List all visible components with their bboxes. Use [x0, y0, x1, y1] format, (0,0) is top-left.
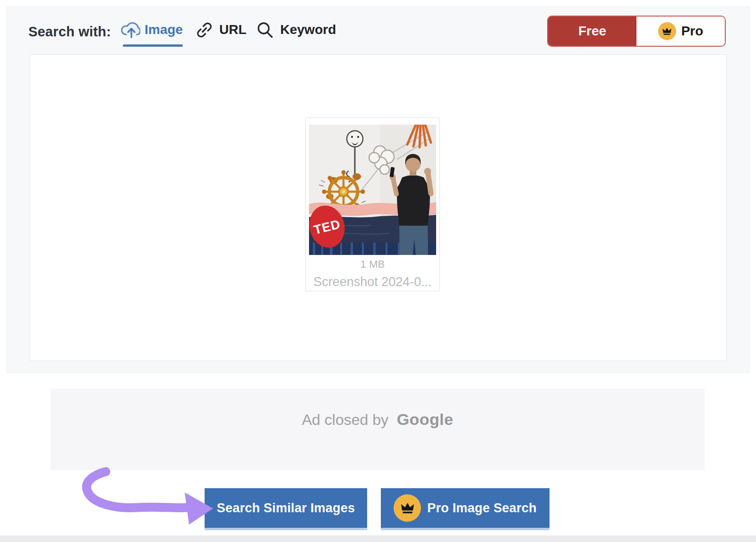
tab-image[interactable]: Image — [121, 20, 183, 39]
tab-image-label: Image — [145, 22, 183, 37]
tab-url-label: URL — [219, 22, 247, 37]
search-icon — [256, 21, 274, 39]
uploaded-image-thumbnail: TED — [309, 125, 436, 255]
cloud-upload-icon — [121, 21, 140, 39]
ad-text-space — [390, 411, 395, 428]
tab-keyword[interactable]: Keyword — [256, 20, 336, 39]
plan-toggle: Free Pro — [547, 16, 726, 47]
free-toggle-button[interactable]: Free — [548, 17, 636, 46]
crown-icon — [394, 494, 421, 522]
free-toggle-label: Free — [578, 24, 606, 39]
file-size: 1 MB — [361, 258, 385, 271]
ad-closed-text: Ad closed by — [302, 411, 388, 428]
search-with-label: Search with: — [28, 24, 111, 40]
link-icon — [196, 21, 213, 39]
pro-image-search-button[interactable]: Pro Image Search — [381, 488, 550, 530]
pro-image-search-label: Pro Image Search — [427, 501, 536, 516]
annotation-arrow — [80, 465, 217, 529]
ad-placeholder: Ad closed by Google — [51, 389, 704, 470]
google-logo-text: Google — [397, 410, 454, 428]
uploaded-file-card[interactable]: TED 1 MB Screenshot 2024-0... — [305, 118, 440, 291]
active-tab-underline — [123, 44, 183, 47]
crown-icon — [658, 22, 676, 40]
tab-url[interactable]: URL — [196, 20, 247, 39]
search-similar-images-label: Search Similar Images — [217, 501, 355, 516]
search-similar-images-button[interactable]: Search Similar Images — [205, 488, 367, 530]
pro-toggle-button[interactable]: Pro — [636, 17, 725, 46]
bottom-strip — [0, 535, 756, 542]
tab-keyword-label: Keyword — [280, 22, 336, 37]
file-name: Screenshot 2024-0... — [313, 275, 432, 289]
pro-toggle-label: Pro — [681, 24, 704, 39]
